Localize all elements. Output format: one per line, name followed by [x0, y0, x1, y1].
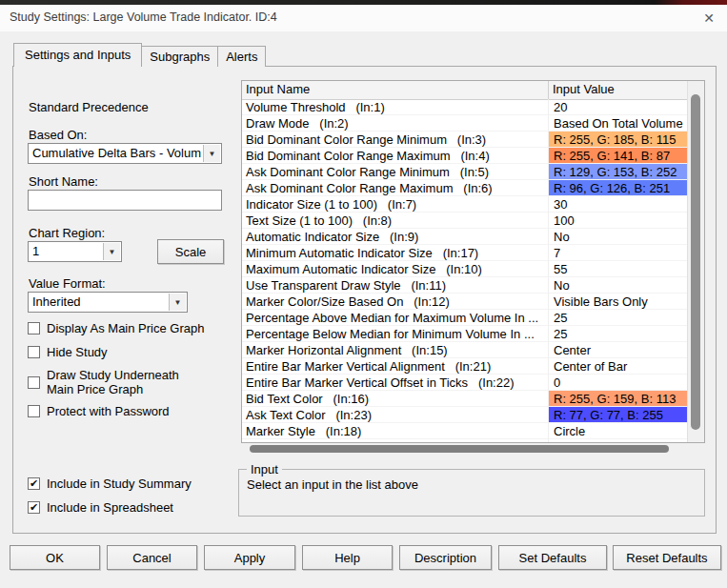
table-row[interactable]: Ask Text Color (In:23)R: 77, G: 77, B: 2…: [242, 407, 688, 423]
chart-region-select[interactable]: 1 ▼: [28, 241, 122, 262]
input-name-cell[interactable]: Use Transparent Draw Style (In:11): [242, 277, 549, 294]
table-row[interactable]: Entire Bar Marker Vertical Offset in Tic…: [242, 375, 688, 391]
input-value-cell[interactable]: Center: [549, 342, 688, 358]
input-value-cell[interactable]: 25: [549, 310, 688, 326]
input-value-cell[interactable]: Center of Bar: [549, 358, 688, 375]
checkbox-include-in-study-summary[interactable]: ✔Include in Study Summary: [28, 476, 192, 491]
table-row[interactable]: Use Transparent Draw Style (In:11)No: [242, 277, 688, 294]
table-row[interactable]: Bid Text Color (In:16)R: 255, G: 159, B:…: [242, 391, 688, 407]
input-value-cell-color-swatch[interactable]: R: 77, G: 77, B: 255: [549, 407, 688, 423]
unchecked-checkbox-icon[interactable]: [28, 346, 40, 358]
input-name-cell[interactable]: Percentage Above Median for Maximum Volu…: [242, 310, 549, 326]
horizontal-scrollbar-thumb[interactable]: [250, 445, 669, 453]
chevron-down-icon[interactable]: ▼: [103, 243, 120, 260]
short-name-input[interactable]: [28, 190, 222, 211]
chevron-down-icon[interactable]: ▼: [169, 294, 186, 311]
input-name-cell[interactable]: Ask Dominant Color Range Minimum (In:5): [242, 164, 549, 180]
input-name-cell[interactable]: Minimum Automatic Indicator Size (In:17): [242, 245, 549, 261]
title-bar[interactable]: Study Settings: Large Volume Trade Indic…: [0, 5, 727, 31]
input-value-cell[interactable]: 100: [549, 213, 688, 229]
input-value-cell[interactable]: No: [549, 277, 688, 294]
tab-subgraphs[interactable]: Subgraphs: [141, 46, 218, 67]
checked-checkbox-icon[interactable]: ✔: [28, 477, 40, 490]
input-value-cell[interactable]: Circle: [549, 423, 688, 439]
input-value-cell[interactable]: 0: [549, 375, 688, 391]
input-value-cell[interactable]: No: [549, 229, 688, 245]
input-name-cell[interactable]: Ask Text Color (In:23): [242, 407, 549, 423]
input-name-cell[interactable]: Volume Threshold (In:1): [242, 99, 549, 115]
value-format-select[interactable]: Inherited ▼: [28, 292, 188, 313]
based-on-select[interactable]: Cumulative Delta Bars - Volum ▼: [28, 143, 222, 164]
reset-defaults-button[interactable]: Reset Defaults: [613, 545, 721, 570]
input-value-cell-color-swatch[interactable]: R: 129, G: 153, B: 252: [549, 164, 688, 180]
table-row[interactable]: Marker Color/Size Based On (In:12)Visibl…: [242, 294, 688, 310]
set-defaults-button[interactable]: Set Defaults: [498, 545, 607, 570]
input-name-cell[interactable]: Marker Style (In:18): [242, 423, 549, 439]
table-row[interactable]: Percentage Above Median for Maximum Volu…: [242, 310, 688, 326]
input-name-cell[interactable]: Entire Bar Marker Vertical Offset in Tic…: [242, 375, 549, 391]
input-name-cell[interactable]: Bid Dominant Color Range Minimum (In:3): [242, 132, 549, 148]
input-name-cell[interactable]: Automatic Indicator Size (In:9): [242, 229, 549, 245]
input-value-cell[interactable]: Transparent: [549, 439, 688, 442]
checked-checkbox-icon[interactable]: ✔: [28, 501, 40, 514]
table-row[interactable]: Minimum Automatic Indicator Size (In:17)…: [242, 245, 688, 261]
checkbox-protect-with-password[interactable]: Protect with Password: [28, 404, 170, 418]
input-name-cell[interactable]: Draw Volume Text (In:19): [242, 439, 549, 442]
input-name-cell[interactable]: Bid Text Color (In:16): [242, 391, 549, 407]
input-name-cell[interactable]: Maximum Automatic Indicator Size (In:10): [242, 261, 549, 277]
column-header-input-value[interactable]: Input Value: [549, 81, 704, 99]
vertical-scrollbar[interactable]: [687, 81, 704, 442]
input-value-cell[interactable]: 25: [549, 326, 688, 342]
input-name-cell[interactable]: Indicator Size (1 to 100) (In:7): [242, 196, 549, 213]
horizontal-scrollbar[interactable]: [241, 443, 705, 455]
column-header-input-name[interactable]: Input Name: [242, 81, 549, 99]
table-row[interactable]: Draw Mode (In:2)Based On Total Volume: [242, 115, 688, 132]
ok-button[interactable]: OK: [10, 545, 100, 570]
input-value-cell[interactable]: 55: [549, 261, 688, 277]
checkbox-hide-study[interactable]: Hide Study: [28, 345, 108, 359]
chevron-down-icon[interactable]: ▼: [203, 145, 220, 162]
input-value-cell-color-swatch[interactable]: R: 255, G: 159, B: 113: [549, 391, 688, 407]
input-value-cell-color-swatch[interactable]: R: 255, G: 185, B: 115: [549, 132, 688, 148]
checkbox-draw-study-underneath-main-price-graph[interactable]: Draw Study Underneath Main Price Graph: [28, 368, 209, 396]
input-value-cell[interactable]: 30: [549, 196, 688, 213]
input-name-cell[interactable]: Text Size (1 to 100) (In:8): [242, 213, 549, 229]
table-row[interactable]: Ask Dominant Color Range Maximum (In:6)R…: [242, 180, 688, 196]
input-value-cell-color-swatch[interactable]: R: 255, G: 141, B: 87: [549, 148, 688, 164]
table-row[interactable]: Volume Threshold (In:1)20: [242, 99, 688, 115]
input-name-cell[interactable]: Percentage Below Median for Minimum Volu…: [242, 326, 549, 342]
input-value-cell[interactable]: Based On Total Volume: [549, 115, 688, 132]
input-name-cell[interactable]: Entire Bar Marker Vertical Alignment (In…: [242, 358, 549, 375]
unchecked-checkbox-icon[interactable]: [28, 322, 40, 335]
input-name-cell[interactable]: Ask Dominant Color Range Maximum (In:6): [242, 180, 549, 196]
input-value-cell-color-swatch[interactable]: R: 96, G: 126, B: 251: [549, 180, 688, 196]
table-row[interactable]: Entire Bar Marker Vertical Alignment (In…: [242, 358, 688, 375]
table-row[interactable]: Automatic Indicator Size (In:9)No: [242, 229, 688, 245]
help-button[interactable]: Help: [302, 545, 393, 570]
scale-button[interactable]: Scale: [157, 239, 224, 264]
table-row[interactable]: Text Size (1 to 100) (In:8)100: [242, 213, 688, 229]
input-value-cell[interactable]: 20: [549, 99, 688, 115]
unchecked-checkbox-icon[interactable]: [28, 376, 40, 389]
input-name-cell[interactable]: Draw Mode (In:2): [242, 115, 549, 132]
inputs-list[interactable]: Input Name Input Value Volume Threshold …: [241, 80, 705, 443]
cancel-button[interactable]: Cancel: [107, 545, 197, 570]
input-name-cell[interactable]: Bid Dominant Color Range Maximum (In:4): [242, 148, 549, 164]
input-name-cell[interactable]: Marker Color/Size Based On (In:12): [242, 294, 549, 310]
table-row[interactable]: Draw Volume Text (In:19)Transparent: [242, 439, 688, 442]
table-row[interactable]: Maximum Automatic Indicator Size (In:10)…: [242, 261, 688, 277]
unchecked-checkbox-icon[interactable]: [28, 405, 40, 417]
checkbox-display-as-main-price-graph[interactable]: Display As Main Price Graph: [28, 321, 204, 335]
tab-alerts[interactable]: Alerts: [217, 46, 266, 67]
close-icon[interactable]: ✕: [698, 8, 719, 29]
table-row[interactable]: Percentage Below Median for Minimum Volu…: [242, 326, 688, 342]
tab-settings-and-inputs[interactable]: Settings and Inputs: [13, 43, 142, 67]
description-button[interactable]: Description: [399, 545, 492, 570]
table-row[interactable]: Marker Style (In:18)Circle: [242, 423, 688, 439]
input-value-cell[interactable]: Visible Bars Only: [549, 294, 688, 310]
apply-button[interactable]: Apply: [204, 545, 295, 570]
input-value-cell[interactable]: 7: [549, 245, 688, 261]
checkbox-include-in-spreadsheet[interactable]: ✔Include in Spreadsheet: [28, 500, 173, 515]
input-name-cell[interactable]: Marker Horizontal Alignment (In:15): [242, 342, 549, 358]
table-row[interactable]: Indicator Size (1 to 100) (In:7)30: [242, 196, 688, 213]
